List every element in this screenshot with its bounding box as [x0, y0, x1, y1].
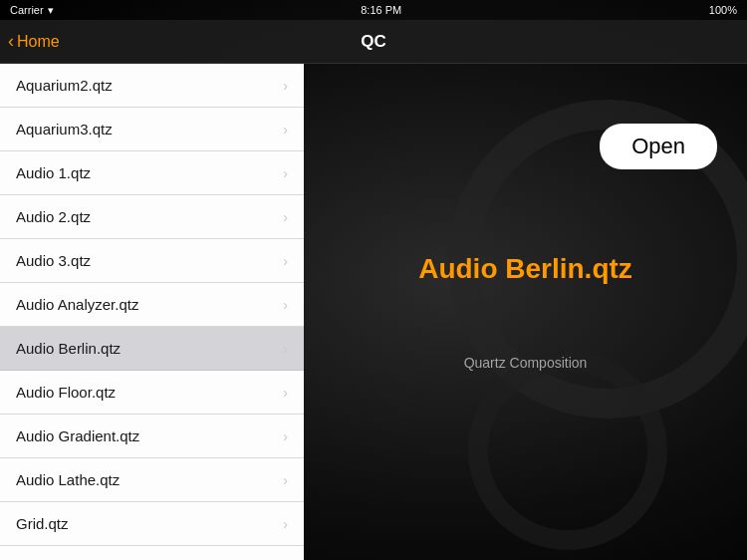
list-item[interactable]: Audio Gradient.qtz›: [0, 415, 304, 458]
status-time: 8:16 PM: [361, 4, 401, 16]
list-item[interactable]: Audio 3.qtz›: [0, 239, 304, 283]
list-panel: Aquarium2.qtz›Aquarium3.qtz›Audio 1.qtz›…: [0, 64, 304, 560]
list-item[interactable]: Audio Floor.qtz›: [0, 371, 304, 415]
list-item[interactable]: Aquarium2.qtz›: [0, 64, 304, 108]
list-item-chevron-icon: ›: [283, 209, 288, 225]
list-item-chevron-icon: ›: [283, 341, 288, 357]
list-item-label: Grid.qtz: [16, 515, 69, 532]
list-item-chevron-icon: ›: [283, 165, 288, 181]
open-button[interactable]: Open: [600, 124, 717, 169]
detail-title: Audio Berlin.qtz: [418, 253, 632, 285]
detail-panel: Audio Berlin.qtz Open Quartz Composition: [304, 64, 747, 560]
list-item[interactable]: Audio 1.qtz›: [0, 151, 304, 195]
list-item[interactable]: Audio Lathe.qtz›: [0, 458, 304, 502]
list-item-label: Audio Analyzer.qtz: [16, 296, 138, 313]
back-button[interactable]: ‹ Home: [8, 31, 60, 52]
list-item-chevron-icon: ›: [283, 297, 288, 313]
list-item-label: Aquarium2.qtz: [16, 77, 113, 94]
back-chevron-icon: ‹: [8, 31, 14, 52]
status-battery: 100%: [709, 4, 737, 16]
back-label: Home: [17, 33, 60, 51]
list-item-label: Audio Gradient.qtz: [16, 427, 139, 444]
list-item[interactable]: Screensaver Arabesque.qtz›: [0, 546, 304, 560]
list-item-label: Audio 3.qtz: [16, 252, 91, 269]
status-bar: Carrier ▾ 8:16 PM 100%: [0, 0, 747, 20]
list-item[interactable]: Grid.qtz›: [0, 502, 304, 546]
list-item-label: Aquarium3.qtz: [16, 121, 113, 138]
status-left: Carrier ▾: [10, 4, 54, 17]
detail-subtitle: Quartz Composition: [464, 355, 588, 371]
main-layout: Aquarium2.qtz›Aquarium3.qtz›Audio 1.qtz›…: [0, 64, 747, 560]
main-list-section: Aquarium2.qtz›Aquarium3.qtz›Audio 1.qtz›…: [0, 64, 304, 560]
list-item[interactable]: Audio Analyzer.qtz›: [0, 283, 304, 327]
list-item[interactable]: Aquarium3.qtz›: [0, 108, 304, 151]
list-item-label: Audio Lathe.qtz: [16, 471, 120, 488]
list-item-chevron-icon: ›: [283, 253, 288, 269]
list-item[interactable]: Audio 2.qtz›: [0, 195, 304, 239]
list-item-chevron-icon: ›: [283, 122, 288, 138]
list-item-label: Audio Floor.qtz: [16, 384, 116, 401]
list-item-chevron-icon: ›: [283, 472, 288, 488]
list-item-label: Audio 1.qtz: [16, 164, 91, 181]
nav-title: QC: [361, 32, 386, 52]
list-item-chevron-icon: ›: [283, 385, 288, 401]
list-item-chevron-icon: ›: [283, 516, 288, 532]
list-item-chevron-icon: ›: [283, 428, 288, 444]
list-item-chevron-icon: ›: [283, 78, 288, 94]
list-item[interactable]: Audio Berlin.qtz›: [0, 327, 304, 371]
list-item-label: Audio Berlin.qtz: [16, 340, 121, 357]
list-item-label: Audio 2.qtz: [16, 208, 91, 225]
nav-bar: ‹ Home QC: [0, 20, 747, 64]
wifi-icon: ▾: [48, 4, 54, 17]
carrier-label: Carrier: [10, 4, 44, 16]
